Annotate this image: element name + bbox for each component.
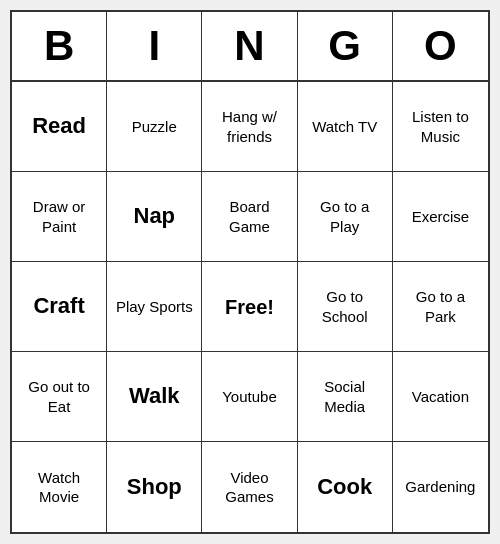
bingo-cell[interactable]: Go to a Play: [298, 172, 393, 262]
bingo-letter: G: [298, 12, 393, 80]
bingo-letter: B: [12, 12, 107, 80]
bingo-letter: I: [107, 12, 202, 80]
bingo-letter: N: [202, 12, 297, 80]
bingo-cell[interactable]: Video Games: [202, 442, 297, 532]
bingo-cell[interactable]: Go to a Park: [393, 262, 488, 352]
bingo-cell[interactable]: Listen to Music: [393, 82, 488, 172]
bingo-header: BINGO: [12, 12, 488, 82]
bingo-letter: O: [393, 12, 488, 80]
bingo-cell[interactable]: Gardening: [393, 442, 488, 532]
bingo-cell[interactable]: Go out to Eat: [12, 352, 107, 442]
bingo-cell[interactable]: Nap: [107, 172, 202, 262]
bingo-card: BINGO ReadPuzzleHang w/ friendsWatch TVL…: [10, 10, 490, 534]
bingo-cell[interactable]: Vacation: [393, 352, 488, 442]
bingo-cell[interactable]: Exercise: [393, 172, 488, 262]
bingo-cell[interactable]: Hang w/ friends: [202, 82, 297, 172]
bingo-cell[interactable]: Craft: [12, 262, 107, 352]
bingo-cell[interactable]: Cook: [298, 442, 393, 532]
bingo-cell[interactable]: Board Game: [202, 172, 297, 262]
bingo-cell[interactable]: Free!: [202, 262, 297, 352]
bingo-cell[interactable]: Read: [12, 82, 107, 172]
bingo-cell[interactable]: Watch TV: [298, 82, 393, 172]
bingo-cell[interactable]: Shop: [107, 442, 202, 532]
bingo-cell[interactable]: Puzzle: [107, 82, 202, 172]
bingo-cell[interactable]: Go to School: [298, 262, 393, 352]
bingo-cell[interactable]: Play Sports: [107, 262, 202, 352]
bingo-cell[interactable]: Watch Movie: [12, 442, 107, 532]
bingo-cell[interactable]: Social Media: [298, 352, 393, 442]
bingo-grid: ReadPuzzleHang w/ friendsWatch TVListen …: [12, 82, 488, 532]
bingo-cell[interactable]: Walk: [107, 352, 202, 442]
bingo-cell[interactable]: Youtube: [202, 352, 297, 442]
bingo-cell[interactable]: Draw or Paint: [12, 172, 107, 262]
